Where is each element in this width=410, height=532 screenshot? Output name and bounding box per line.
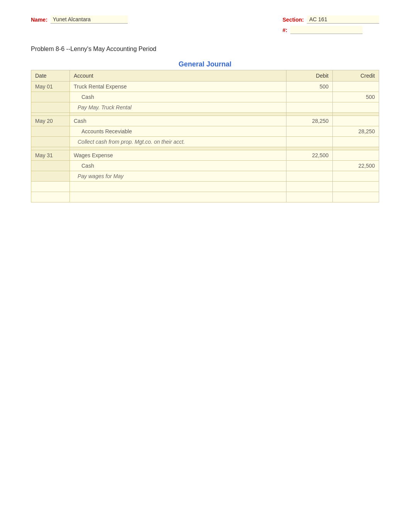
number-label: #: [283,27,287,33]
credit-cell [333,102,379,113]
account-cell: Cash [70,161,286,171]
credit-cell [333,150,379,161]
account-cell: Wages Expense [70,150,286,161]
section-label: Section: [283,17,304,23]
credit-cell [333,137,379,147]
debit-cell: 28,250 [286,116,333,126]
account-cell: Cash [70,92,286,102]
date-cell [31,102,70,113]
empty-cell [70,192,286,202]
debit-cell [286,102,333,113]
number-input[interactable] [290,26,363,34]
debit-cell [286,171,333,182]
account-cell: Pay May. Truck Rental [70,102,286,113]
problem-title: Problem 8-6 --Lenny's May Accounting Per… [31,46,379,53]
spacer-cell [70,147,286,150]
account-cell: Collect cash from prop. Mgt.co. on their… [70,137,286,147]
credit-cell [333,171,379,182]
date-cell: May 31 [31,150,70,161]
spacer-cell [31,113,70,116]
empty-cell [286,182,333,192]
empty-cell [286,192,333,202]
col-header-date: Date [31,70,70,82]
account-cell: Pay wages for May [70,171,286,182]
date-cell: May 01 [31,82,70,92]
col-header-debit: Debit [286,70,333,82]
col-header-account: Account [70,70,286,82]
debit-cell [286,161,333,171]
journal-table: Date Account Debit Credit May 01Truck Re… [31,70,379,202]
debit-cell [286,92,333,102]
date-cell [31,171,70,182]
journal-title: General Journal [31,60,379,68]
date-cell: May 20 [31,116,70,126]
spacer-cell [70,113,286,116]
spacer-cell [333,113,379,116]
empty-cell [333,182,379,192]
credit-cell [333,82,379,92]
date-cell [31,126,70,137]
spacer-cell [31,147,70,150]
empty-cell [31,182,70,192]
section-input[interactable] [307,15,379,24]
debit-cell [286,126,333,137]
account-cell: Cash [70,116,286,126]
col-header-credit: Credit [333,70,379,82]
debit-cell [286,137,333,147]
date-cell [31,92,70,102]
credit-cell: 28,250 [333,126,379,137]
account-cell: Accounts Receviable [70,126,286,137]
date-cell [31,137,70,147]
credit-cell [333,116,379,126]
spacer-cell [286,147,333,150]
credit-cell: 500 [333,92,379,102]
empty-cell [70,182,286,192]
empty-cell [333,192,379,202]
date-cell [31,161,70,171]
empty-cell [31,192,70,202]
account-cell: Truck Rental Expense [70,82,286,92]
name-input[interactable] [51,15,128,24]
spacer-cell [286,113,333,116]
credit-cell: 22,500 [333,161,379,171]
spacer-cell [333,147,379,150]
debit-cell: 22,500 [286,150,333,161]
debit-cell: 500 [286,82,333,92]
name-label: Name: [31,17,47,23]
